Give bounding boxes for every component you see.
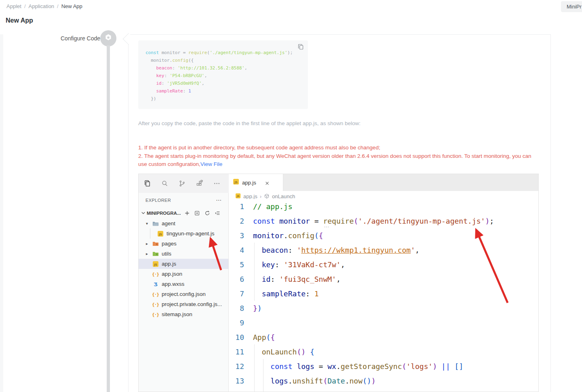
breadcrumb: Applet/Application/New App <box>6 3 82 9</box>
tree-item: ▸utils <box>139 249 228 259</box>
explorer-sidebar: EXPLORER ··· MINIPROGRA... ▾agentJStingy… <box>139 193 229 392</box>
code-line-text: // app.js <box>253 202 293 211</box>
file-wxss-icon: Ʒ <box>152 281 159 287</box>
indent-guide <box>254 286 255 301</box>
chevron-right-icon: ▸ <box>146 241 152 246</box>
code-line-text: logs.unshift(Date.now()) <box>253 377 376 385</box>
svg-text:JS: JS <box>154 263 157 266</box>
tree-item: {·}project.private.config.js... <box>139 299 228 309</box>
chevron-down-icon <box>141 210 146 216</box>
indent-guide <box>254 359 255 373</box>
tree-item: ▾agent <box>139 218 228 228</box>
warning-text: 1. If the agent is put in another direct… <box>138 144 538 169</box>
code-line-text: const logs = wx.getStorageSync('logs') |… <box>253 362 463 371</box>
svg-text:Ʒ: Ʒ <box>154 281 158 287</box>
tree-item-label: app.json <box>162 271 182 277</box>
step-label: Configure Code <box>61 35 100 42</box>
tree-item: JStingyun-mp-agent.js <box>139 228 228 239</box>
symbol-method-icon <box>264 193 270 199</box>
tree-item-label: app.wxss <box>162 281 184 287</box>
section-actions <box>184 210 220 216</box>
indent-guide <box>263 359 264 373</box>
extensions-icon <box>196 180 203 187</box>
svg-text:{·}: {·} <box>152 302 159 307</box>
file-js-icon: JS <box>233 178 239 187</box>
svg-text:{·}: {·} <box>152 312 159 317</box>
snippet-line: beacon: 'http://101.32.56.2:8588', <box>146 64 301 72</box>
snippet-line: monitor.config({ <box>146 57 301 64</box>
tree-item: Ʒapp.wxss <box>139 279 228 289</box>
snippet-code: const monitor = require('./agent/tingyun… <box>138 40 308 111</box>
snippet-line: sampleRate: 1 <box>146 87 301 95</box>
code-line-text: const monitor = require('./agent/tingyun… <box>253 217 494 225</box>
svg-text:JS: JS <box>234 181 238 184</box>
folder-pages-icon <box>152 241 159 247</box>
breadcrumb-item[interactable]: Application <box>29 3 55 9</box>
file-json-icon: {·} <box>152 311 159 318</box>
snippet-line: const monitor = require('./agent/tingyun… <box>146 49 301 57</box>
indent-guide <box>263 388 264 392</box>
indent-guide <box>254 373 255 388</box>
line-number: 7 <box>229 289 244 298</box>
svg-text:{·}: {·} <box>152 292 159 297</box>
file-js-icon: JS <box>235 193 241 200</box>
snippet-line: }) <box>146 95 301 103</box>
code-line-text: monitor.config({ <box>253 231 323 240</box>
svg-text:JS: JS <box>158 233 162 236</box>
code-line: 14 <box>229 388 538 392</box>
gear-icon <box>104 33 113 44</box>
code-line: 5 key: '31VaKd-ct7w', <box>229 257 538 272</box>
explorer-header: EXPLORER ··· <box>139 193 228 208</box>
line-number: 1 <box>229 202 244 211</box>
screen: Applet/Application/New App MiniPr New Ap… <box>0 0 582 392</box>
file-js-icon: JS <box>157 231 164 237</box>
tree-item-label: tingyun-mp-agent.js <box>167 231 215 237</box>
indent-guide <box>254 388 255 392</box>
chevron-right-icon: ▸ <box>146 252 152 256</box>
code-line: 10App({ <box>229 330 538 344</box>
line-number: 13 <box>229 377 244 385</box>
step-indicator <box>100 30 116 46</box>
tree-item: JSapp.js <box>139 259 228 269</box>
code-line: 9 <box>229 315 538 330</box>
line-number: 10 <box>229 333 244 342</box>
tree-item: {·}project.config.json <box>139 289 228 299</box>
breadcrumb-current: New App <box>61 3 82 9</box>
code-line-text: onLaunch() { <box>253 348 314 356</box>
tree-item-label: agent <box>162 220 175 226</box>
folder-agent-icon <box>152 220 159 227</box>
tree-item-label: app.js <box>162 261 176 267</box>
files-icon <box>143 180 151 187</box>
code-line: 1// app.js <box>229 199 538 214</box>
collapse-all-icon <box>215 210 220 216</box>
line-number: 9 <box>229 319 244 327</box>
stepper-rail <box>107 45 110 392</box>
indent-guide <box>254 243 255 257</box>
inlay-hint: ... <box>324 223 329 228</box>
tree-item: {·}sitemap.json <box>139 309 228 319</box>
breadcrumb-separator: / <box>57 3 59 9</box>
new-file-icon <box>184 210 190 216</box>
code-line: 13 logs.unshift(Date.now()) <box>229 373 538 388</box>
tab-label: app.js <box>242 180 256 186</box>
code-line-text: sampleRate: 1 <box>253 289 319 298</box>
page-title: New App <box>6 17 33 24</box>
new-folder-icon <box>194 210 200 216</box>
line-number: 3 <box>229 231 244 240</box>
line-number: 11 <box>229 348 244 356</box>
view-file-link[interactable]: View File <box>200 161 223 167</box>
svg-text:JS: JS <box>236 195 240 198</box>
vscode-screenshot: EXPLORER ··· MINIPROGRA... ▾agentJStingy… <box>138 174 539 392</box>
chevron-down-icon: ▾ <box>146 221 152 226</box>
section-label: MINIPROGRA... <box>147 211 181 216</box>
breadcrumb-item[interactable]: Applet <box>6 3 21 9</box>
miniprogram-button[interactable]: MiniPr <box>561 1 582 12</box>
line-number: 12 <box>229 362 244 371</box>
tree-item-label: pages <box>162 241 177 247</box>
breadcrumb-symbol: onLaunch <box>272 193 295 199</box>
file-tree: ▾agentJStingyun-mp-agent.js▸pages▸utilsJ… <box>139 218 228 319</box>
line-number: 8 <box>229 304 244 312</box>
indent-guide <box>263 373 264 388</box>
chevron-right-icon: › <box>260 193 261 199</box>
copy-icon[interactable] <box>297 44 304 50</box>
